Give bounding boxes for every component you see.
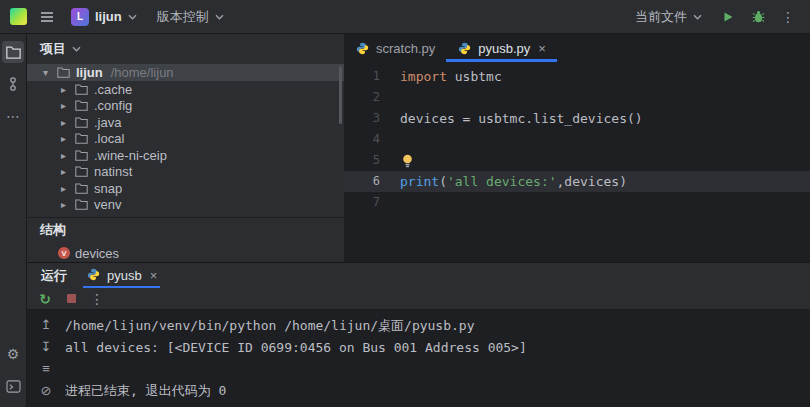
code-line-5[interactable]: 5 xyxy=(344,150,810,171)
line-number: 4 xyxy=(344,129,380,150)
vcs-label: 版本控制 xyxy=(157,8,209,26)
folder-icon xyxy=(56,67,71,78)
play-icon xyxy=(722,11,734,23)
line-number: 7 xyxy=(344,192,380,213)
scrollbar-thumb[interactable] xyxy=(339,66,342,124)
python-icon xyxy=(457,42,472,55)
tree-item-venv[interactable]: ▸venv xyxy=(27,197,344,214)
chevron-right-icon: ▸ xyxy=(58,84,69,95)
python-icon-slot xyxy=(86,268,101,284)
commit-tool-button[interactable] xyxy=(2,73,24,95)
chevron-down-icon: ▾ xyxy=(40,67,51,78)
folder-icon xyxy=(6,46,21,59)
stop-button[interactable] xyxy=(62,290,80,308)
terminal-icon xyxy=(6,380,21,393)
soft-wrap-icon[interactable]: ≡ xyxy=(42,362,50,376)
more-options-icon[interactable]: ⋮ xyxy=(776,5,800,29)
scroll-to-top-icon[interactable]: ↥ xyxy=(41,318,52,332)
chevron-down-icon xyxy=(128,14,137,20)
stop-icon xyxy=(67,294,76,303)
run-panel-header: 运行 pyusb × xyxy=(27,263,810,288)
close-icon[interactable]: × xyxy=(538,41,546,56)
folder-icon xyxy=(74,100,89,111)
project-tool-button[interactable] xyxy=(2,41,24,63)
run-tab-label: pyusb xyxy=(107,268,142,283)
console-line: /home/lijun/venv/bin/python /home/lijun/… xyxy=(65,315,810,337)
variable-icon: v xyxy=(58,247,70,259)
root-folder-path: /home/lijun xyxy=(111,65,174,80)
rerun-icon: ↻ xyxy=(39,292,51,306)
tree-item-.wine-ni-ceip[interactable]: ▸.wine-ni-ceip xyxy=(27,147,344,164)
vcs-widget[interactable]: 版本控制 xyxy=(149,5,232,29)
code-line-7[interactable]: 7 xyxy=(344,192,810,213)
titlebar: L lijun 版本控制 当前文件 ⋮ xyxy=(0,0,810,34)
tree-item-snap[interactable]: ▸snap xyxy=(27,180,344,197)
console-line xyxy=(65,358,810,380)
project-avatar: L xyxy=(71,8,89,26)
chevron-down-icon xyxy=(693,14,702,20)
folder-icon xyxy=(74,166,89,177)
code-line-1[interactable]: 1import usbtmc xyxy=(344,66,810,87)
tree-item-.config[interactable]: ▸.config xyxy=(27,98,344,115)
console-line: all devices: [<DEVICE ID 0699:0456 on Bu… xyxy=(65,337,810,359)
line-number: 3 xyxy=(344,108,380,129)
more-tools-button[interactable]: ⋯ xyxy=(2,105,24,127)
line-number: 5 xyxy=(344,150,380,171)
bug-icon xyxy=(751,9,766,24)
chevron-down-icon xyxy=(72,46,81,52)
editor-tab-scratch.py[interactable]: scratch.py xyxy=(344,34,446,62)
run-tab-pyusb[interactable]: pyusb × xyxy=(83,263,160,288)
project-panel-title: 项目 xyxy=(40,40,66,58)
activity-bar: ⋯ ⚙ xyxy=(0,34,27,407)
chevron-right-icon: ▸ xyxy=(58,100,69,111)
code-line-6[interactable]: 6print('all devices:',devices) xyxy=(344,171,810,192)
project-panel: 项目 ▾ lijun /home/lijun ▸.cache▸.config▸.… xyxy=(27,34,344,262)
structure-section-header[interactable]: 结构 xyxy=(27,217,344,242)
scroll-to-bottom-icon[interactable]: ↧ xyxy=(41,340,52,354)
settings-gear-icon[interactable]: ⚙ xyxy=(2,343,24,365)
folder-icon xyxy=(74,183,89,194)
chevron-right-icon: ▸ xyxy=(58,133,69,144)
project-widget[interactable]: L lijun xyxy=(63,5,145,29)
close-icon[interactable]: × xyxy=(150,268,158,283)
commit-icon xyxy=(5,76,21,92)
structure-item-devices[interactable]: v devices xyxy=(27,244,344,262)
console-output: /home/lijun/venv/bin/python /home/lijun/… xyxy=(65,310,810,406)
editor: scratch.pypyusb.py× 1import usbtmc23devi… xyxy=(344,34,810,262)
folder-icon xyxy=(74,199,89,210)
chevron-right-icon: ▸ xyxy=(58,166,69,177)
code-line-4[interactable]: 4 xyxy=(344,129,810,150)
tree-item-natinst[interactable]: ▸natinst xyxy=(27,164,344,181)
more-options-icon[interactable]: ⋮ xyxy=(88,290,106,308)
tree-item-.cache[interactable]: ▸.cache xyxy=(27,81,344,98)
code-line-2[interactable]: 2 xyxy=(344,87,810,108)
code-line-3[interactable]: 3devices = usbtmc.list_devices() xyxy=(344,108,810,129)
terminal-tool-button[interactable] xyxy=(2,375,24,397)
run-toolbar: ↻ ⋮ xyxy=(27,288,810,310)
folder-icon xyxy=(74,84,89,95)
line-number: 6 xyxy=(344,171,380,192)
run-panel-title: 运行 xyxy=(41,267,67,285)
project-panel-header[interactable]: 项目 xyxy=(27,34,344,64)
tree-item-.java[interactable]: ▸.java xyxy=(27,114,344,131)
console-line: 进程已结束, 退出代码为 0 xyxy=(65,380,810,402)
python-icon xyxy=(355,42,370,55)
tree-item-root[interactable]: ▾ lijun /home/lijun xyxy=(27,64,344,81)
project-name: lijun xyxy=(95,9,122,24)
root-folder-name: lijun xyxy=(76,65,103,80)
console: ↥↧≡⊘ /home/lijun/venv/bin/python /home/l… xyxy=(27,310,810,406)
clear-console-icon[interactable]: ⊘ xyxy=(41,384,52,398)
project-tree-children: ▸.cache▸.config▸.java▸.local▸.wine-ni-ce… xyxy=(27,81,344,213)
folder-icon xyxy=(74,117,89,128)
debug-button[interactable] xyxy=(746,5,770,29)
lightbulb-icon[interactable] xyxy=(400,154,415,168)
hamburger-menu-icon[interactable] xyxy=(35,5,59,29)
editor-tab-pyusb.py[interactable]: pyusb.py× xyxy=(446,34,557,62)
tree-item-.local[interactable]: ▸.local xyxy=(27,131,344,148)
run-button[interactable] xyxy=(716,5,740,29)
code-lines: 1import usbtmc23devices = usbtmc.list_de… xyxy=(344,63,810,213)
run-config-widget[interactable]: 当前文件 xyxy=(627,5,710,29)
rerun-button[interactable]: ↻ xyxy=(36,290,54,308)
python-icon xyxy=(86,268,101,281)
line-number: 2 xyxy=(344,87,380,108)
